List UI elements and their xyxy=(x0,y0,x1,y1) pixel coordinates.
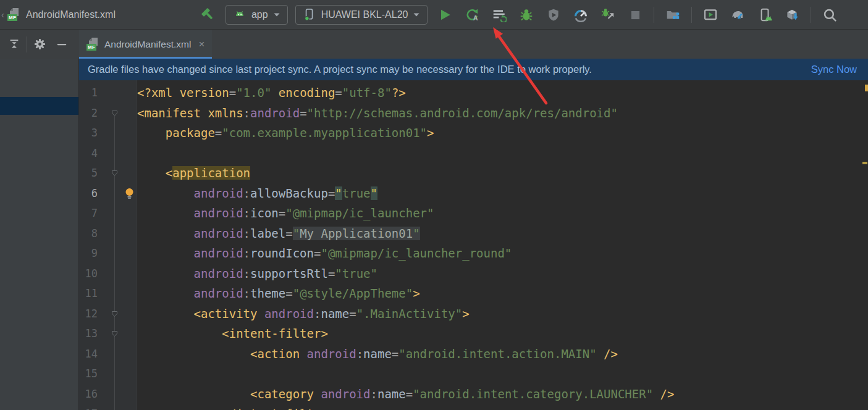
stop-icon[interactable] xyxy=(628,7,643,22)
code-line[interactable]: 12 <activity android:name=".MainActivity… xyxy=(79,304,868,324)
editor-code[interactable]: 1<?xml version="1.0" encoding="utf-8"?>2… xyxy=(79,80,868,410)
code-line[interactable]: 14 <action android:name="android.intent.… xyxy=(79,344,868,364)
code-text: android:supportsRtl="true" xyxy=(137,264,377,284)
code-line[interactable]: 16 <category android:name="android.inten… xyxy=(79,384,868,404)
code-line[interactable]: 9 android:roundIcon="@mipmap/ic_launcher… xyxy=(79,243,868,264)
line-number: 6 xyxy=(79,183,98,204)
code-line[interactable]: 1<?xml version="1.0" encoding="utf-8"?> xyxy=(79,83,868,103)
apply-changes-icon[interactable]: A xyxy=(465,7,479,22)
run-window-icon[interactable] xyxy=(703,7,718,22)
profiler-icon[interactable] xyxy=(573,7,588,22)
gradle-sync-icon[interactable] xyxy=(730,7,745,22)
code-text: <?xml version="1.0" encoding="utf-8"?> xyxy=(137,83,406,103)
close-icon[interactable]: × xyxy=(198,39,204,49)
run-configuration-dropdown[interactable]: app xyxy=(225,5,288,25)
gutter-slot xyxy=(98,163,137,183)
code-text: android:allowBackup="true" xyxy=(137,183,377,204)
second-toolbar-row: MF AndroidManifest.xml × xyxy=(0,30,868,59)
intention-bulb-icon[interactable] xyxy=(125,188,134,199)
code-line[interactable]: 8 android:label="My Application01" xyxy=(79,224,868,244)
code-line[interactable]: 13 <intent-filter> xyxy=(79,324,868,344)
sdk-manager-icon[interactable] xyxy=(785,7,799,22)
code-line[interactable]: 7 android:icon="@mipmap/ic_launcher" xyxy=(79,203,868,224)
avd-manager-icon[interactable] xyxy=(757,7,772,22)
workspace-body: Gradle files have changed since last pro… xyxy=(0,59,868,410)
build-hammer-icon[interactable] xyxy=(201,7,216,22)
project-tree-selected-row[interactable] xyxy=(0,97,78,115)
code-line[interactable]: 3 package="com.example.myapplication01"> xyxy=(79,123,868,143)
code-line[interactable]: 11 android:theme="@style/AppTheme"> xyxy=(79,283,868,304)
gutter-slot xyxy=(98,304,137,324)
tab-androidmanifest[interactable]: MF AndroidManifest.xml × xyxy=(79,30,212,59)
code-line[interactable]: 17 </intent-filter> xyxy=(79,404,868,410)
gutter-slot xyxy=(98,183,137,204)
toolbar-separator xyxy=(811,7,811,23)
line-number: 15 xyxy=(79,364,98,384)
hide-panel-icon[interactable] xyxy=(55,38,69,51)
line-number: 14 xyxy=(79,344,98,364)
collapse-all-icon[interactable] xyxy=(7,38,21,51)
warning-stripe-mark[interactable] xyxy=(862,162,867,164)
settings-gear-icon[interactable] xyxy=(33,38,46,51)
code-line[interactable]: 2<manifest xmlns:android="http://schemas… xyxy=(79,103,868,123)
device-label: HUAWEI BKL-AL20 xyxy=(321,9,408,20)
fold-marker-icon[interactable] xyxy=(111,110,118,117)
gutter-slot xyxy=(98,103,137,123)
gutter-slot xyxy=(98,123,137,143)
code-line[interactable]: 10 android:supportsRtl="true" xyxy=(79,264,868,284)
run-configuration-label: app xyxy=(251,9,268,20)
fold-marker-icon[interactable] xyxy=(111,330,118,337)
manifest-file-icon: MF xyxy=(86,38,99,51)
attach-debugger-icon[interactable] xyxy=(600,7,615,22)
breadcrumb[interactable]: MF AndroidManifest.xml xyxy=(7,8,116,21)
code-line[interactable]: 6 android:allowBackup="true" xyxy=(79,183,868,204)
gutter-slot xyxy=(98,203,137,224)
device-dropdown[interactable]: HUAWEI BKL-AL20 xyxy=(295,5,428,25)
debug-icon[interactable] xyxy=(519,7,534,22)
code-text: <intent-filter> xyxy=(137,324,328,344)
project-tool-window[interactable] xyxy=(0,59,79,410)
banner-message: Gradle files have changed since last pro… xyxy=(88,64,592,75)
project-panel-header xyxy=(0,30,79,59)
code-text: <manifest xmlns:android="http://schemas.… xyxy=(137,103,618,123)
sync-now-link[interactable]: Sync Now xyxy=(811,64,859,75)
gutter-slot xyxy=(98,404,137,410)
fold-marker-icon[interactable] xyxy=(111,311,118,317)
line-number: 5 xyxy=(79,163,98,183)
code-line[interactable]: 4 xyxy=(79,143,868,164)
line-number: 2 xyxy=(79,103,98,123)
gutter-slot xyxy=(98,324,137,344)
line-number: 7 xyxy=(79,203,98,224)
warning-stripe-mark[interactable] xyxy=(865,85,868,91)
gutter-slot xyxy=(98,243,137,264)
toolbar-overflow-chevron-icon: ‹ xyxy=(1,10,6,20)
toolbar-separator xyxy=(654,7,654,23)
code-editor[interactable]: 1<?xml version="1.0" encoding="utf-8"?>2… xyxy=(79,80,868,410)
code-text: <action android:name="android.intent.act… xyxy=(137,344,618,364)
code-text: package="com.example.myapplication01"> xyxy=(137,123,434,143)
toolbar-separator xyxy=(691,7,692,23)
run-configurations-icon[interactable] xyxy=(492,7,507,22)
run-icon[interactable] xyxy=(437,7,452,22)
android-head-icon xyxy=(234,9,246,21)
gutter-slot xyxy=(98,384,137,404)
code-line[interactable]: 5 <application xyxy=(79,163,868,183)
gutter-slot xyxy=(98,83,137,103)
search-everywhere-icon[interactable] xyxy=(822,7,837,22)
android-studio-window: ‹ MF AndroidManifest.xml app xyxy=(0,0,868,410)
tab-label: AndroidManifest.xml xyxy=(104,39,191,50)
manifest-file-icon: MF xyxy=(7,8,20,21)
run-with-coverage-icon[interactable] xyxy=(546,7,561,22)
toolbar-actions: app HUAWEI BKL-AL20 A xyxy=(195,5,844,25)
line-number: 17 xyxy=(79,404,98,410)
code-line[interactable]: 15 xyxy=(79,364,868,384)
line-number: 3 xyxy=(79,123,98,143)
gutter-slot xyxy=(98,364,137,384)
fold-marker-icon[interactable] xyxy=(111,170,118,177)
editor-column: Gradle files have changed since last pro… xyxy=(79,59,868,410)
code-text: android:label="My Application01" xyxy=(137,224,420,244)
gutter-slot xyxy=(98,283,137,304)
code-text: android:theme="@style/AppTheme"> xyxy=(137,283,420,304)
project-structure-icon[interactable] xyxy=(665,7,680,22)
device-phone-icon xyxy=(303,7,316,22)
